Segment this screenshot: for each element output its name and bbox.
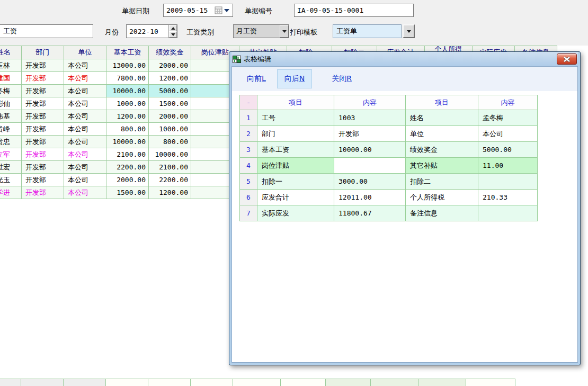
close-button[interactable] (557, 53, 577, 65)
item-value[interactable]: 11800.67 (334, 205, 406, 221)
item-label: 姓名 (406, 110, 478, 126)
cell-dept: 开发部 (22, 59, 64, 72)
cell-base: 10000.00 (106, 136, 149, 148)
cell-name: 冬梅 (0, 85, 22, 97)
doc-date-picker[interactable]: 2009-05-15 (163, 4, 233, 17)
month-value: 2022-10 (127, 25, 168, 38)
prev-button[interactable]: 向前L (239, 69, 273, 88)
row-number: 5 (240, 174, 257, 190)
col-header-dept[interactable]: 部门 (22, 46, 64, 59)
item-label: 工号 (257, 110, 334, 126)
item-value-editing[interactable] (334, 158, 406, 174)
dialog-toolbar: 向前L 向后N 关闭R (232, 67, 577, 91)
table-icon (233, 55, 241, 64)
print-template-select[interactable]: 工资单 (333, 24, 402, 38)
item-value[interactable] (478, 174, 538, 190)
salary-name-input[interactable]: 工资 (0, 24, 93, 38)
item-label: 绩效奖金 (406, 142, 478, 158)
doc-no-label: 单据编号 (245, 6, 272, 16)
close-icon (564, 57, 570, 62)
month-spinner[interactable]: 2022-10 (126, 24, 177, 38)
cell-name: 贵峰 (0, 123, 22, 136)
item-value[interactable]: 12011.00 (334, 190, 406, 205)
cell-base: 1500.00 (106, 186, 149, 199)
cell-bonus: 2000.00 (149, 59, 191, 72)
item-value[interactable] (478, 205, 538, 221)
cell-base: 1200.00 (106, 110, 149, 123)
cell-base: 13000.00 (106, 59, 149, 72)
cell-name: 贵忠 (0, 136, 22, 148)
doc-date-value: 2009-05-15 (164, 6, 208, 14)
salary-type-select[interactable]: 月工资 (233, 24, 289, 38)
row-number: 2 (240, 126, 257, 142)
col-header-bonus[interactable]: 绩效奖金 (149, 46, 191, 59)
item-label: 备注信息 (406, 205, 478, 221)
cell-unit: 本公司 (64, 72, 106, 85)
edit-row: 1 工号 1003 姓名 孟冬梅 (240, 110, 538, 126)
salary-type-value: 月工资 (234, 26, 280, 36)
item-value[interactable]: 开发部 (334, 126, 406, 142)
chevron-down-icon[interactable] (224, 9, 229, 12)
item-value[interactable]: 210.33 (478, 190, 538, 205)
item-label: 岗位津贴 (257, 158, 334, 174)
col-header-name[interactable]: 姓名 (0, 46, 22, 59)
cell-bonus: 2000.00 (149, 110, 191, 123)
cell-unit: 本公司 (64, 110, 106, 123)
cell-bonus: 800.00 (149, 136, 191, 148)
print-template-dropdown-button[interactable] (403, 24, 415, 38)
cell-dept: 开发部 (22, 97, 64, 110)
cell-unit: 本公司 (64, 186, 106, 199)
grid-edit-dialog: 表格编辑 向前L 向后N 关闭R - 项目 内容 项目 内容 1 工 (229, 51, 581, 365)
close-dialog-button[interactable]: 关闭R (324, 69, 359, 88)
top-panel: 单据日期 2009-05-15 单据编号 IA-09-05-15-0001 工资… (0, 0, 588, 46)
next-button[interactable]: 向后N (277, 69, 312, 88)
cell-dept: 开发部 (22, 186, 64, 199)
cell-bonus: 1200.00 (149, 72, 191, 85)
item-label: 基本工资 (257, 142, 334, 158)
totals-row (0, 379, 515, 386)
item-value[interactable]: 10000.00 (334, 142, 406, 158)
col-header-base[interactable]: 基本工资 (106, 46, 149, 59)
cell-bonus: 1200.00 (149, 186, 191, 199)
dialog-titlebar[interactable]: 表格编辑 (231, 52, 578, 66)
print-template-value: 工资单 (333, 26, 357, 36)
item-label: 部门 (257, 126, 334, 142)
cell-unit: 本公司 (64, 136, 106, 148)
salary-name-value: 工资 (0, 26, 17, 36)
salary-type-label: 工资类别 (186, 28, 214, 37)
cell-name: 建国 (0, 72, 22, 85)
edit-row-active: 4 岗位津贴 其它补贴 11.00 (240, 158, 538, 174)
cell-unit: 本公司 (64, 148, 106, 161)
edit-grid-header-row: - 项目 内容 项目 内容 (240, 95, 538, 110)
cell-name: 光玉 (0, 174, 22, 186)
spin-up-button[interactable] (169, 25, 177, 31)
dialog-title: 表格编辑 (244, 55, 271, 64)
item-label: 应发合计 (257, 190, 334, 205)
edit-row: 3 基本工资 10000.00 绩效奖金 5000.00 (240, 142, 538, 158)
cell-base: 2200.00 (106, 161, 149, 174)
cell-dept: 开发部 (22, 161, 64, 174)
spin-down-button[interactable] (169, 31, 177, 38)
edit-grid: - 项目 内容 项目 内容 1 工号 1003 姓名 孟冬梅 2 部门 开发部 … (239, 95, 538, 221)
item-value[interactable]: 1003 (334, 110, 406, 126)
corner-cell: - (240, 95, 257, 110)
calendar-icon[interactable] (215, 6, 222, 14)
doc-no-input[interactable]: IA-09-05-15-0001 (294, 4, 414, 17)
cell-base: 10000.00 (106, 85, 149, 97)
cell-base: 1000.00 (106, 97, 149, 110)
cell-unit: 本公司 (64, 174, 106, 186)
cell-unit: 本公司 (64, 123, 106, 136)
item-value[interactable]: 3000.00 (334, 174, 406, 190)
item-value[interactable]: 孟冬梅 (478, 110, 538, 126)
item-value[interactable]: 本公司 (478, 126, 538, 142)
row-number: 7 (240, 205, 257, 221)
col-item1: 项目 (257, 95, 334, 110)
cell-unit: 本公司 (64, 161, 106, 174)
row-number: 1 (240, 110, 257, 126)
col-header-unit[interactable]: 单位 (64, 46, 106, 59)
cell-name: 立军 (0, 148, 22, 161)
edit-row: 6 应发合计 12011.00 个人所得税 210.33 (240, 190, 538, 205)
chevron-down-icon[interactable] (280, 25, 289, 38)
item-value[interactable]: 5000.00 (478, 142, 538, 158)
item-value[interactable]: 11.00 (478, 158, 538, 174)
